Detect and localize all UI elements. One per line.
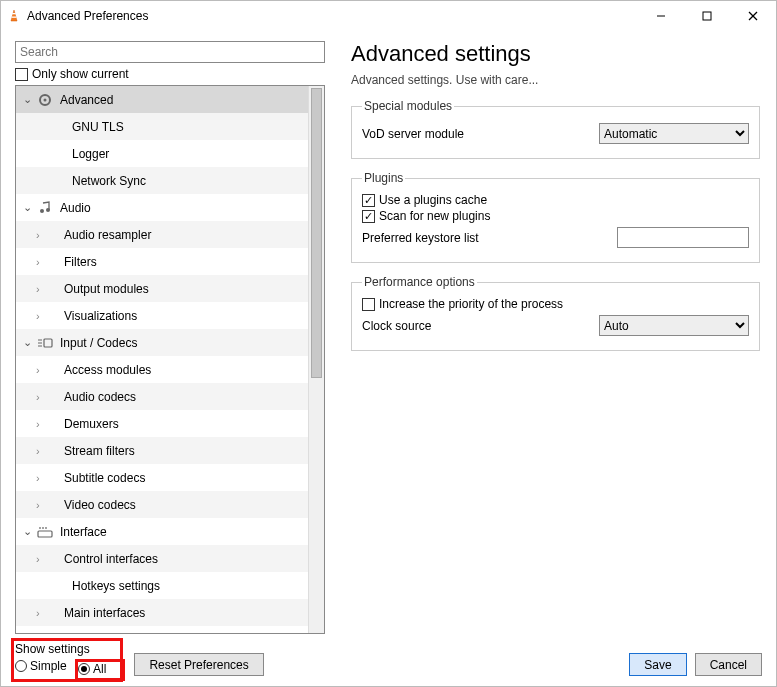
group-legend: Plugins — [362, 171, 405, 185]
special-modules-group: Special modules VoD server module Automa… — [351, 99, 760, 159]
svg-point-10 — [46, 208, 50, 212]
chevron-right-icon: › — [36, 391, 48, 403]
increase-priority-checkbox[interactable]: Increase the priority of the process — [362, 297, 749, 311]
footer: Show settings Simple All Reset Preferenc… — [1, 634, 776, 686]
preferences-window: Advanced Preferences Only show current ⌄ — [0, 0, 777, 687]
chevron-right-icon: › — [36, 283, 48, 295]
only-show-current-checkbox[interactable]: Only show current — [15, 67, 341, 81]
tree-label: Interface — [60, 525, 107, 539]
window-title: Advanced Preferences — [27, 9, 148, 23]
collapse-icon[interactable]: ⌄ — [20, 525, 34, 538]
chevron-right-icon: › — [36, 229, 48, 241]
tree-item-video-codecs[interactable]: ›Video codecs — [16, 491, 308, 518]
tree-item-demuxers[interactable]: ›Demuxers — [16, 410, 308, 437]
gear-icon — [36, 93, 54, 107]
tree-label: Stream filters — [64, 444, 135, 458]
tree-label: Subtitle codecs — [64, 471, 145, 485]
tree-item-visualizations[interactable]: ›Visualizations — [16, 302, 308, 329]
tree-item-audio-resampler[interactable]: ›Audio resampler — [16, 221, 308, 248]
vod-server-combo[interactable]: Automatic — [599, 123, 749, 144]
tree-item-input-codecs[interactable]: ⌄ Input / Codecs — [16, 329, 308, 356]
content-pane: Advanced settings Advanced settings. Use… — [341, 31, 776, 634]
tree-label: Main interfaces — [64, 606, 145, 620]
maximize-button[interactable] — [684, 1, 730, 31]
chevron-right-icon: › — [36, 418, 48, 430]
left-pane: Only show current ⌄ Advanced GNU TLS Log… — [1, 31, 341, 634]
tree-item-logger[interactable]: Logger — [16, 140, 308, 167]
tree-list[interactable]: ⌄ Advanced GNU TLS Logger Network Sync ⌄… — [16, 86, 308, 633]
save-button[interactable]: Save — [629, 653, 686, 676]
scrollbar-thumb[interactable] — [311, 88, 322, 378]
svg-rect-12 — [38, 531, 52, 537]
tree-label: Audio resampler — [64, 228, 151, 242]
svg-point-9 — [40, 209, 44, 213]
tree-label: Filters — [64, 255, 97, 269]
group-legend: Performance options — [362, 275, 477, 289]
page-title: Advanced settings — [351, 41, 760, 67]
tree-item-filters[interactable]: ›Filters — [16, 248, 308, 275]
tree-scrollbar[interactable] — [308, 86, 324, 633]
tree-item-control-interfaces[interactable]: ›Control interfaces — [16, 545, 308, 572]
checkbox-icon — [15, 68, 28, 81]
collapse-icon[interactable]: ⌄ — [20, 93, 34, 106]
checkbox-icon — [362, 210, 375, 223]
svg-rect-2 — [12, 17, 17, 18]
clock-source-label: Clock source — [362, 319, 599, 333]
chevron-right-icon: › — [36, 607, 48, 619]
page-subtitle: Advanced settings. Use with care... — [351, 73, 760, 87]
tree-label: Input / Codecs — [60, 336, 137, 350]
interface-icon — [36, 526, 54, 538]
collapse-icon[interactable]: ⌄ — [20, 201, 34, 214]
tree-label: Advanced — [60, 93, 113, 107]
close-button[interactable] — [730, 1, 776, 31]
chevron-right-icon: › — [36, 310, 48, 322]
tree-label: Visualizations — [64, 309, 137, 323]
chevron-right-icon: › — [36, 499, 48, 511]
highlight-box — [75, 659, 125, 681]
tree-label: Audio codecs — [64, 390, 136, 404]
checkbox-label: Use a plugins cache — [379, 193, 487, 207]
tree-item-output-modules[interactable]: ›Output modules — [16, 275, 308, 302]
scan-new-plugins-checkbox[interactable]: Scan for new plugins — [362, 209, 749, 223]
clock-source-combo[interactable]: Auto — [599, 315, 749, 336]
tree-item-subtitle-codecs[interactable]: ›Subtitle codecs — [16, 464, 308, 491]
keystore-input[interactable] — [617, 227, 749, 248]
checkbox-icon — [362, 194, 375, 207]
chevron-right-icon: › — [36, 472, 48, 484]
use-plugins-cache-checkbox[interactable]: Use a plugins cache — [362, 193, 749, 207]
tree-item-interface[interactable]: ⌄ Interface — [16, 518, 308, 545]
tree-label: Access modules — [64, 363, 151, 377]
vod-server-label: VoD server module — [362, 127, 599, 141]
minimize-button[interactable] — [638, 1, 684, 31]
tree-item-stream-filters[interactable]: ›Stream filters — [16, 437, 308, 464]
tree-label: Demuxers — [64, 417, 119, 431]
cancel-button[interactable]: Cancel — [695, 653, 762, 676]
tree-label: Hotkeys settings — [72, 579, 160, 593]
collapse-icon[interactable]: ⌄ — [20, 336, 34, 349]
checkbox-label: Scan for new plugins — [379, 209, 490, 223]
show-settings-group: Show settings Simple All — [15, 642, 114, 676]
tree-item-main-interfaces[interactable]: ›Main interfaces — [16, 599, 308, 626]
titlebar: Advanced Preferences — [1, 1, 776, 31]
chevron-right-icon: › — [36, 445, 48, 457]
svg-rect-4 — [703, 12, 711, 20]
tree-item-advanced[interactable]: ⌄ Advanced — [16, 86, 308, 113]
tree-item-audio-codecs[interactable]: ›Audio codecs — [16, 383, 308, 410]
tree-item-network-sync[interactable]: Network Sync — [16, 167, 308, 194]
tree-item-hotkeys-settings[interactable]: Hotkeys settings — [16, 572, 308, 599]
chevron-right-icon: › — [36, 256, 48, 268]
reset-preferences-button[interactable]: Reset Preferences — [134, 653, 263, 676]
tree-item-gnu-tls[interactable]: GNU TLS — [16, 113, 308, 140]
body: Only show current ⌄ Advanced GNU TLS Log… — [1, 31, 776, 634]
tree-item-access-modules[interactable]: ›Access modules — [16, 356, 308, 383]
tree-item-audio[interactable]: ⌄ Audio — [16, 194, 308, 221]
chevron-right-icon: › — [36, 364, 48, 376]
tree-label: Network Sync — [72, 174, 146, 188]
search-input[interactable] — [15, 41, 325, 63]
performance-group: Performance options Increase the priorit… — [351, 275, 760, 351]
codec-icon — [36, 337, 54, 349]
checkbox-icon — [362, 298, 375, 311]
only-show-current-label: Only show current — [32, 67, 129, 81]
tree-label: GNU TLS — [72, 120, 124, 134]
svg-marker-0 — [11, 10, 17, 21]
